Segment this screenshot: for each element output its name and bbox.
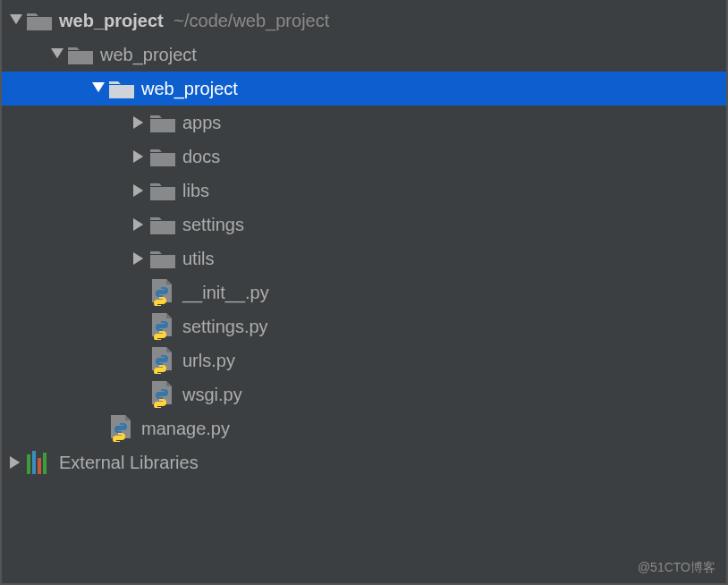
collapse-arrow-icon[interactable] [7,456,25,469]
folder-icon [150,215,181,234]
collapse-arrow-icon[interactable] [131,252,148,265]
svg-rect-7 [150,119,175,132]
tree-item-label: manage.py [140,419,230,439]
svg-marker-6 [133,116,143,129]
tree-item-label: web_project [98,45,197,65]
folder-icon [150,147,181,166]
tree-folder-row[interactable]: apps [2,106,726,140]
python-file-icon [150,313,181,340]
python-file-icon [150,381,181,408]
svg-rect-15 [150,255,175,268]
python-file-icon [109,415,140,442]
svg-marker-2 [51,48,63,58]
tree-file-row[interactable]: wsgi.py [2,377,726,411]
collapse-arrow-icon[interactable] [131,218,148,231]
tree-item-label: settings.py [181,317,268,337]
svg-marker-23 [166,381,172,386]
tree-item-label: settings [181,215,244,235]
tree-file-row[interactable]: manage.py [2,411,726,445]
tree-root-row[interactable]: web_project ~/code/web_project [2,4,726,38]
tree-folder-row[interactable]: settings [2,208,726,242]
collapse-arrow-icon[interactable] [131,184,148,197]
tree-file-row[interactable]: __init__.py [2,276,726,309]
svg-marker-14 [133,252,143,265]
expand-arrow-icon[interactable] [48,48,66,61]
tree-item-label: libs [181,181,209,201]
svg-rect-11 [150,187,175,200]
tree-item-label: apps [181,113,221,133]
svg-rect-9 [150,153,175,166]
python-file-icon [150,347,181,374]
svg-marker-0 [10,14,22,24]
folder-icon [150,249,181,268]
svg-marker-21 [166,347,172,352]
tree-item-label: __init__.py [181,283,269,303]
svg-marker-10 [133,184,143,197]
project-tree: web_project ~/code/web_project web_proje… [2,0,726,479]
folder-icon [109,79,140,98]
tree-item-label: utils [181,249,215,269]
tree-file-row[interactable]: settings.py [2,309,726,343]
tree-folder-row[interactable]: web_project [2,38,726,72]
tree-folder-row[interactable]: utils [2,242,726,276]
tree-item-label: web_project [140,79,238,99]
tree-folder-row-selected[interactable]: web_project [2,72,726,106]
svg-marker-26 [10,456,20,469]
svg-marker-19 [166,313,172,318]
expand-arrow-icon[interactable] [7,14,25,27]
tree-item-label: wsgi.py [181,385,242,405]
svg-marker-25 [125,415,131,420]
tree-folder-row[interactable]: libs [2,174,726,208]
tree-item-label: web_project ~/code/web_project [57,11,329,31]
svg-marker-8 [133,150,143,163]
python-file-icon [150,279,181,306]
svg-rect-13 [150,221,175,234]
collapse-arrow-icon[interactable] [131,150,148,163]
tree-item-label: urls.py [181,351,235,371]
tree-item-label: docs [181,147,220,167]
expand-arrow-icon[interactable] [89,82,107,95]
collapse-arrow-icon[interactable] [131,116,148,129]
folder-icon [150,181,181,200]
folder-icon [27,11,57,30]
tree-file-row[interactable]: urls.py [2,343,726,377]
svg-rect-1 [27,17,52,30]
svg-marker-4 [92,82,105,92]
svg-marker-17 [166,279,172,284]
svg-marker-12 [133,218,143,231]
libraries-icon [27,451,57,474]
watermark: @51CTO博客 [638,560,715,576]
svg-rect-3 [68,51,93,64]
svg-rect-5 [109,85,134,98]
folder-icon [150,113,181,132]
tree-item-label: External Libraries [57,453,199,473]
external-libraries-row[interactable]: External Libraries [2,445,726,479]
tree-folder-row[interactable]: docs [2,140,726,174]
folder-icon [68,45,98,64]
